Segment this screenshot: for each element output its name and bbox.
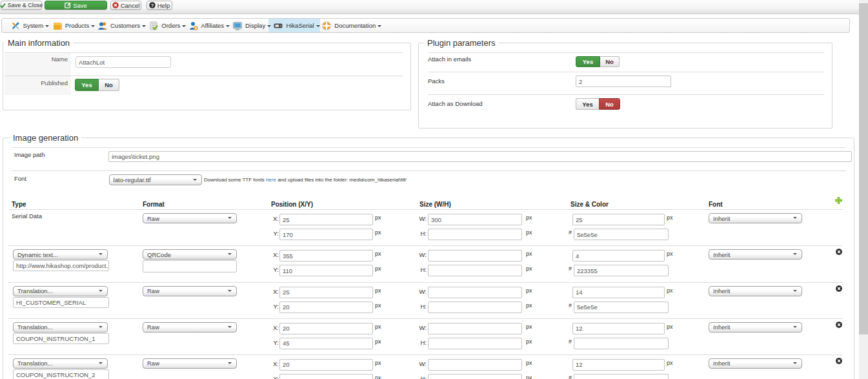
svg-text:?: ? bbox=[150, 3, 154, 8]
